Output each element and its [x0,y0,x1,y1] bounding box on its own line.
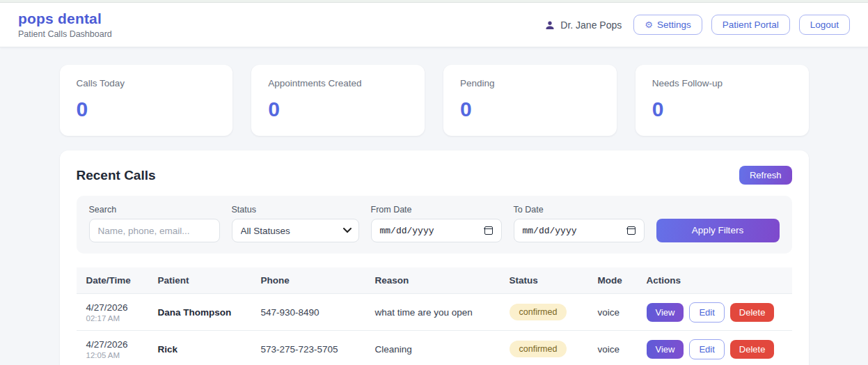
search-label: Search [89,205,220,215]
col-header-patient: Patient [150,267,253,294]
row-date: 4/27/2026 [86,339,141,350]
row-patient: Dana Thompson [150,294,253,331]
recent-calls-card: Recent Calls Refresh Search Status All S… [60,150,809,365]
from-date-label: From Date [371,205,502,215]
filter-panel: Search Status All Statuses From Date mm/… [77,196,792,254]
col-header-status: Status [501,267,590,294]
from-date-placeholder: mm/dd/yyyy [380,226,434,236]
stat-label: Calls Today [77,78,216,88]
brand-title: pops dental [18,10,112,27]
stat-label: Appointments Created [268,78,408,88]
col-header-reason: Reason [367,267,501,294]
calendar-icon[interactable] [484,226,493,235]
to-date-field-group: To Date mm/dd/yyyy [514,205,645,242]
settings-button[interactable]: ⚙︎ Settings [633,15,702,36]
stat-card-calls-today: Calls Today 0 [60,65,233,136]
section-title: Recent Calls [77,168,156,183]
row-phone: 547-930-8490 [253,294,367,331]
gear-icon: ⚙︎ [645,20,653,29]
header-actions: Dr. Jane Pops ⚙︎ Settings Patient Portal… [544,15,850,36]
from-date-input[interactable]: mm/dd/yyyy [371,219,502,242]
calls-table: Date/Time Patient Phone Reason Status Mo… [77,267,792,365]
col-header-phone: Phone [253,267,367,294]
row-patient: Rick [150,331,253,365]
row-mode: voice [590,294,638,331]
row-date: 4/27/2026 [86,302,141,313]
patient-portal-button[interactable]: Patient Portal [711,15,790,36]
table-row: 4/27/2026 02:17 AM Dana Thompson 547-930… [77,294,792,331]
stats-grid: Calls Today 0 Appointments Created 0 Pen… [60,65,809,136]
row-time: 02:17 AM [86,314,141,323]
search-field-group: Search [89,205,220,242]
row-phone: 573-275-723-5705 [253,331,367,365]
col-header-actions: Actions [638,267,792,294]
stat-label: Pending [460,78,600,88]
to-date-placeholder: mm/dd/yyyy [523,226,577,236]
apply-filters-button[interactable]: Apply Filters [656,219,780,242]
calls-table-body: 4/27/2026 02:17 AM Dana Thompson 547-930… [77,294,792,365]
status-select[interactable]: All Statuses [232,219,359,242]
settings-label: Settings [657,20,691,30]
user-icon [544,20,555,31]
delete-button[interactable]: Delete [730,340,775,359]
table-row: 4/27/2026 12:05 AM Rick 573-275-723-5705… [77,331,792,365]
view-button[interactable]: View [647,340,684,359]
stat-card-needs-follow-up: Needs Follow-up 0 [636,65,809,136]
stat-value: 0 [268,98,408,121]
edit-button[interactable]: Edit [689,339,724,359]
stat-value: 0 [652,98,792,121]
col-header-mode: Mode [590,267,638,294]
row-mode: voice [590,331,638,365]
stat-value: 0 [460,98,600,121]
status-field-group: Status All Statuses [232,205,359,242]
refresh-button[interactable]: Refresh [739,166,792,185]
stat-label: Needs Follow-up [652,78,792,88]
search-input[interactable] [89,219,220,242]
row-actions: View Edit Delete [647,339,784,359]
status-badge: confirmed [510,341,567,357]
status-badge: confirmed [510,304,567,320]
stat-card-pending: Pending 0 [443,65,617,136]
user-chip: Dr. Jane Pops [544,20,622,31]
status-label: Status [232,205,359,215]
to-date-label: To Date [514,205,645,215]
from-date-field-group: From Date mm/dd/yyyy [371,205,502,242]
brand-block: pops dental Patient Calls Dashboard [18,10,112,39]
row-reason: what time are you open [367,294,501,331]
main-content: Calls Today 0 Appointments Created 0 Pen… [60,47,809,365]
calendar-icon[interactable] [627,226,636,235]
view-button[interactable]: View [647,303,684,322]
recent-calls-header: Recent Calls Refresh [77,166,792,185]
row-time: 12:05 AM [86,351,141,359]
delete-button[interactable]: Delete [730,303,775,322]
logout-button[interactable]: Logout [799,15,850,36]
calls-table-head: Date/Time Patient Phone Reason Status Mo… [77,267,792,294]
edit-button[interactable]: Edit [689,302,724,323]
to-date-input[interactable]: mm/dd/yyyy [514,219,645,242]
row-reason: Cleaning [367,331,501,365]
user-name: Dr. Jane Pops [560,20,622,31]
app-header: pops dental Patient Calls Dashboard Dr. … [0,3,868,47]
col-header-date-time: Date/Time [77,267,150,294]
row-actions: View Edit Delete [647,302,784,323]
stat-card-appointments-created: Appointments Created 0 [251,65,425,136]
stat-value: 0 [77,98,216,121]
page-subtitle: Patient Calls Dashboard [18,29,112,39]
